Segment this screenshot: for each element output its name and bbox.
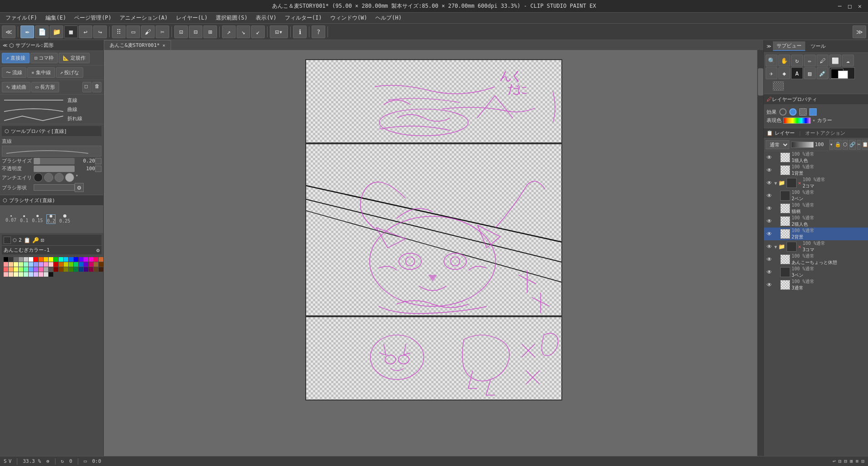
right-zoom-tool[interactable]: 🔍 <box>766 55 777 66</box>
menu-edit[interactable]: 編集(E) <box>42 13 70 23</box>
effect-circle-off[interactable] <box>779 108 787 116</box>
layer-btn-5[interactable]: 📋 <box>862 140 868 150</box>
color-swatch-50[interactable] <box>54 267 58 272</box>
subtool-radial[interactable]: ✳ 集中線 <box>27 67 55 78</box>
brush-size-item-0[interactable]: 0.07 <box>5 215 16 223</box>
minimize-button[interactable]: ─ <box>835 2 844 11</box>
layer-item-1[interactable]: 👁100 %通常1背景 <box>764 164 868 177</box>
brush-size-item-2[interactable]: 0.15 <box>32 215 43 223</box>
color-swatch-2[interactable] <box>14 257 18 262</box>
right-color-swatches[interactable] <box>829 67 855 79</box>
toolbar-new-layer[interactable]: 📄 <box>35 25 49 38</box>
color-swatch-9[interactable] <box>49 257 53 262</box>
color-swatch-37[interactable] <box>89 262 93 267</box>
subtool-continuous[interactable]: ∿ 連続曲 <box>2 82 30 92</box>
aa-btn-mid2[interactable] <box>55 173 64 182</box>
toolbar-view1[interactable]: ⊡ <box>174 25 188 38</box>
status-icon-2[interactable]: V <box>9 458 12 464</box>
color-swatch-4[interactable] <box>24 257 28 262</box>
toolbar-folder[interactable]: 📁 <box>50 25 63 38</box>
color-swatch-24[interactable] <box>24 262 28 267</box>
subtool-rect[interactable]: ▭ 長方形 <box>31 82 59 92</box>
menu-help[interactable]: ヘルプ(H) <box>372 13 405 23</box>
brush-size-item-3[interactable]: 0.2 <box>46 214 56 224</box>
right-eraser-tool[interactable]: ⬜ <box>829 55 841 66</box>
color-swatch-46[interactable] <box>34 267 38 272</box>
layer-expand-7[interactable]: ▼ <box>774 244 777 249</box>
toolbar-vector-tool[interactable]: ✒ <box>20 25 34 38</box>
color-swatch-57[interactable] <box>89 267 93 272</box>
color-swatch-18[interactable] <box>94 257 98 262</box>
tab-subview[interactable]: サブビュー <box>773 41 805 51</box>
color-swatch-64[interactable] <box>24 272 28 277</box>
right-gradient-tool[interactable]: ▨ <box>804 67 816 79</box>
subtool-throw[interactable]: ↗ 投げな <box>56 67 84 78</box>
layer-eye-8[interactable]: 👁 <box>766 256 773 263</box>
aa-btn-mid[interactable] <box>44 173 53 182</box>
color-swatch-28[interactable] <box>44 262 48 267</box>
layer-eye-10[interactable]: 👁 <box>766 281 773 289</box>
toolbar-rect[interactable]: ▭ <box>126 25 140 38</box>
status-icon-d[interactable]: ⊞ <box>850 458 853 464</box>
right-pen-tool[interactable]: 🖊 <box>817 55 828 66</box>
menu-layer[interactable]: レイヤー(L) <box>172 13 212 23</box>
color-swatch-21[interactable] <box>9 262 13 267</box>
layer-eye-7[interactable]: 👁 <box>766 243 773 250</box>
color-dropdown-arrow[interactable]: ▾ <box>812 118 815 123</box>
brush-size-checkbox[interactable] <box>95 158 101 164</box>
subtool-new[interactable]: □ <box>82 82 91 92</box>
subtool-flow[interactable]: 〜 流線 <box>2 67 26 78</box>
color-swatch-11[interactable] <box>59 257 63 262</box>
toolbar-redo[interactable]: ↪ <box>93 25 107 38</box>
layer-eye-1[interactable]: 👁 <box>766 167 773 174</box>
effect-blue-square[interactable] <box>809 108 817 116</box>
tab-tool[interactable]: ツール <box>807 42 829 51</box>
color-swatch-41[interactable] <box>9 267 13 272</box>
color-swatch-25[interactable] <box>29 262 33 267</box>
color-settings-icon[interactable]: ⚙ <box>96 247 100 253</box>
color-swatch-15[interactable] <box>79 257 83 262</box>
close-button[interactable]: ✕ <box>855 2 864 11</box>
color-swatch-33[interactable] <box>69 262 73 267</box>
layer-eye-5[interactable]: 👁 <box>766 218 773 225</box>
brush-shape-icon[interactable]: ⚙ <box>75 183 84 192</box>
right-eyedrop-tool[interactable]: 💉 <box>817 67 828 79</box>
menu-selection[interactable]: 選択範囲(S) <box>212 13 251 23</box>
color-swatch-5[interactable] <box>29 257 33 262</box>
toolbar-view3[interactable]: ⊞ <box>203 25 217 38</box>
toolbar-info[interactable]: ℹ <box>293 25 307 38</box>
right-pencil-tool[interactable]: ✏ <box>804 55 816 66</box>
toolbar-arrow-down[interactable]: ↘ <box>237 25 250 38</box>
line-straight[interactable]: 直線 <box>2 96 101 105</box>
right-hand-tool[interactable]: ✋ <box>778 55 790 66</box>
color-swatch-48[interactable] <box>44 267 48 272</box>
layer-item-6[interactable]: 👁100 %通常2背景 <box>764 228 868 240</box>
color-swatch-6[interactable] <box>34 257 38 262</box>
aa-dropdown[interactable]: ▾ <box>76 173 78 182</box>
color-swatch-39[interactable] <box>99 262 103 267</box>
color-swatch-66[interactable] <box>34 272 38 277</box>
toolbar-collapse-left[interactable]: ≪ <box>2 25 15 38</box>
opacity-slider[interactable] <box>791 142 814 148</box>
color-swatch-17[interactable] <box>89 257 93 262</box>
color-swatch-35[interactable] <box>79 262 83 267</box>
menu-filter[interactable]: フィルター(I) <box>281 13 326 23</box>
subtool-frame[interactable]: ⊡ コマ枠 <box>30 53 58 63</box>
layer-item-9[interactable]: 👁100 %通常3ペン <box>764 266 868 279</box>
right-pattern-1[interactable] <box>773 81 784 91</box>
layer-item-2[interactable]: 👁▼📁✕100 %通常2コマ <box>764 177 868 189</box>
color-swatch-34[interactable] <box>74 262 78 267</box>
color-swatch-51[interactable] <box>59 267 63 272</box>
effect-circle-blue[interactable] <box>789 108 797 116</box>
color-swatch-55[interactable] <box>79 267 83 272</box>
blend-mode-select[interactable]: 通常 <box>766 140 789 149</box>
color-swatch-62[interactable] <box>14 272 18 277</box>
right-move-tool[interactable]: ✈ <box>766 67 777 79</box>
color-swatch-13[interactable] <box>69 257 73 262</box>
color-swatch-47[interactable] <box>39 267 43 272</box>
menu-animation[interactable]: アニメーション(A) <box>116 13 172 23</box>
color-swatch-30[interactable] <box>54 262 58 267</box>
layer-btn-1[interactable]: ▾ <box>829 140 833 150</box>
color-swatch-42[interactable] <box>14 267 18 272</box>
toolbar-collapse-right[interactable]: ≫ <box>853 25 866 38</box>
